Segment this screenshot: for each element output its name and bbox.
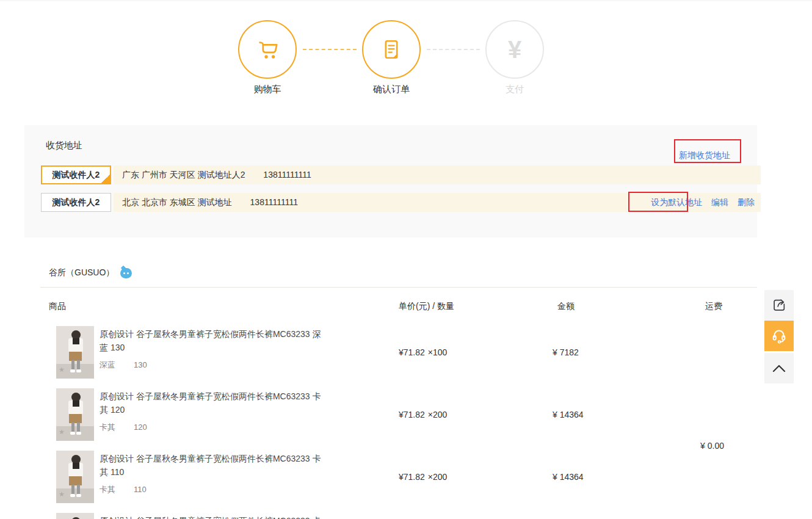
set-default-address-link[interactable]: 设为默认地址 [651, 197, 702, 207]
headset-icon [770, 327, 788, 345]
unit-price: ¥71.82 [399, 410, 425, 419]
step-label-cart: 购物车 [231, 84, 304, 95]
share-icon [771, 297, 787, 313]
unit-price-qty: ¥71.82×200 [399, 472, 447, 482]
unit-price-qty: ¥71.82×200 [399, 410, 447, 419]
quantity: ×100 [428, 347, 448, 357]
shop-header: 谷所（GUSUO） [49, 267, 132, 281]
row-amount: ¥ 7182 [553, 347, 579, 357]
table-divider [40, 287, 757, 288]
column-header-product: 商品 [49, 301, 66, 312]
address-actions: 设为默认地址 编辑 删除 [644, 193, 755, 212]
table-row: ★ 原创设计 谷子屋秋冬男童裤子宽松假两件长裤MC63233 卡其 120 卡其… [0, 388, 757, 451]
shipping-fee: ¥ 0.00 [672, 441, 724, 451]
chevron-up-icon [772, 363, 786, 373]
column-header-shipping: 运费 [705, 301, 722, 312]
address-detail: 北京 北京市 东城区 测试地址 [122, 197, 232, 207]
delete-address-link[interactable]: 删除 [738, 197, 755, 207]
chat-bubble-icon[interactable] [120, 268, 132, 278]
row-amount: ¥ 14364 [553, 472, 584, 482]
address-bar: 广东 广州市 天河区 测试地址人2 13811111111 [114, 165, 761, 184]
recipient-name: 测试收件人2 [53, 170, 100, 180]
product-color: 深蓝 [100, 360, 115, 369]
address-detail: 广东 广州市 天河区 测试地址人2 [122, 170, 245, 180]
shop-name[interactable]: 谷所（GUSUO） [49, 267, 114, 277]
row-amount: ¥ 14364 [553, 410, 584, 419]
recipient-button[interactable]: 测试收件人2 [41, 193, 111, 212]
step-circle-cart [238, 20, 297, 79]
step-connector-pending [427, 49, 480, 50]
recipient-button-selected[interactable]: 测试收件人2 [41, 165, 111, 184]
product-attributes: 深蓝130 [100, 360, 147, 371]
yen-icon: ¥ [508, 36, 521, 64]
column-header-unit-qty: 单价(元) / 数量 [399, 301, 454, 312]
shopping-cart-icon [253, 35, 281, 64]
step-label-order: 确认订单 [355, 84, 428, 95]
shipping-address-panel: 收货地址 测试收件人2 广东 广州市 天河区 测试地址人2 1381111111… [24, 125, 757, 238]
address-bar: 北京 北京市 东城区 测试地址 13811111111 设为默认地址 编辑 删除 [114, 193, 761, 212]
edit-address-link[interactable]: 编辑 [711, 197, 728, 207]
table-row: ★ 原创设计 谷子屋秋冬男童裤子宽松假两件长裤MC63233 卡其 110 卡其… [0, 451, 757, 513]
product-color: 卡其 [100, 485, 115, 494]
product-title[interactable]: 原创设计 谷子屋秋冬男童裤子宽松假两件长裤MC63233 深蓝 130 [100, 327, 328, 354]
customer-service-button[interactable] [764, 321, 794, 351]
step-circle-pay: ¥ [485, 20, 544, 79]
back-to-top-button[interactable] [764, 353, 794, 383]
product-attributes: 卡其110 [100, 484, 147, 495]
product-image[interactable]: ★ [56, 388, 94, 441]
selected-check-icon [101, 174, 111, 184]
product-title[interactable]: 原创设计 谷子屋秋冬男童裤子宽松假两件长裤MC63233 卡其 120 [100, 390, 328, 416]
step-label-pay: 支付 [478, 84, 551, 95]
page-top-divider [0, 0, 812, 1]
address-phone: 13811111111 [263, 170, 311, 180]
product-color: 卡其 [100, 423, 115, 432]
product-title[interactable]: 原创设计 谷子屋秋冬男童裤子宽松假两件长裤MC63233 卡 [100, 514, 328, 519]
product-image[interactable] [56, 513, 94, 519]
address-row: 测试收件人2 北京 北京市 东城区 测试地址 13811111111 设为默认地… [24, 193, 757, 212]
order-document-icon [378, 36, 405, 63]
unit-price: ¥71.82 [399, 347, 425, 357]
product-image[interactable]: ★ [56, 326, 94, 379]
product-size: 130 [134, 360, 147, 369]
product-size: 120 [134, 423, 147, 432]
quantity: ×200 [428, 410, 448, 419]
address-phone: 13811111111 [250, 197, 298, 207]
share-button[interactable] [764, 290, 794, 320]
step-circle-order [362, 20, 421, 79]
column-header-amount: 金额 [557, 301, 575, 312]
section-title-shipping-address: 收货地址 [46, 140, 82, 151]
unit-price-qty: ¥71.82×100 [399, 347, 447, 357]
table-row-partial: 原创设计 谷子屋秋冬男童裤子宽松假两件长裤MC63233 卡 [0, 513, 757, 519]
product-size: 110 [134, 485, 147, 494]
step-connector-done [303, 49, 357, 50]
recipient-name: 测试收件人2 [53, 197, 100, 207]
unit-price: ¥71.82 [399, 472, 425, 482]
product-image[interactable]: ★ [56, 451, 94, 503]
product-title[interactable]: 原创设计 谷子屋秋冬男童裤子宽松假两件长裤MC63233 卡其 110 [100, 452, 328, 479]
product-attributes: 卡其120 [100, 422, 147, 433]
table-row: ★ 原创设计 谷子屋秋冬男童裤子宽松假两件长裤MC63233 深蓝 130 深蓝… [0, 326, 757, 388]
address-row: 测试收件人2 广东 广州市 天河区 测试地址人2 13811111111 [24, 165, 757, 184]
quantity: ×200 [428, 472, 448, 482]
add-address-link[interactable]: 新增收货地址 [679, 150, 730, 161]
